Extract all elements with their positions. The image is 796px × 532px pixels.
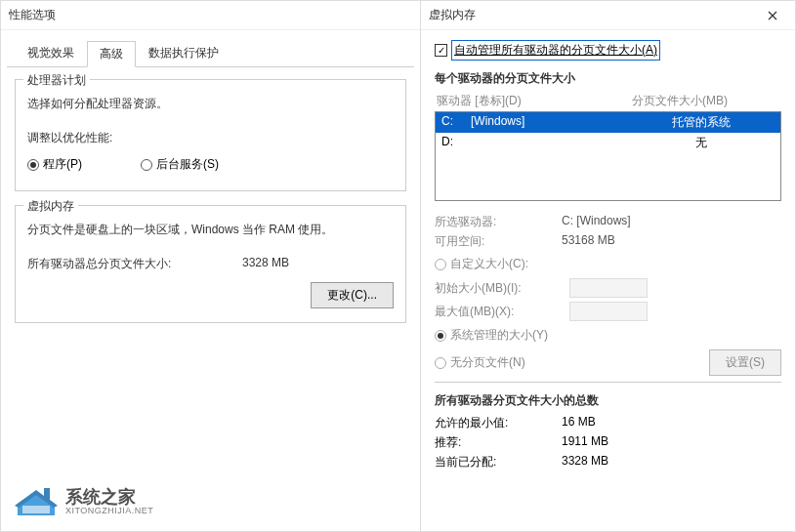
min-allowed-value: 16 MB: [562, 415, 596, 431]
drive-label: [471, 135, 627, 151]
radio-icon: [435, 330, 446, 342]
radio-icon: [435, 259, 446, 270]
drive-row-d[interactable]: D: 无: [436, 133, 780, 153]
dialog-title: 性能选项: [9, 7, 412, 23]
current-allocated-value: 3328 MB: [562, 454, 608, 471]
tab-visual-effects[interactable]: 视觉效果: [15, 40, 87, 66]
drive-letter: C:: [441, 114, 471, 131]
col-size-header: 分页文件大小(MB): [632, 93, 779, 109]
drive-row-c[interactable]: C: [Windows] 托管的系统: [436, 112, 780, 133]
dialog-title: 虚拟内存: [429, 7, 758, 23]
watermark-cn: 系统之家: [65, 488, 153, 506]
tabs: 视觉效果 高级 数据执行保护: [7, 34, 414, 67]
drive-size: 无: [627, 135, 775, 151]
radio-row: 程序(P) 后台服务(S): [27, 156, 394, 173]
radio-background-services[interactable]: 后台服务(S): [141, 156, 219, 173]
virtual-memory-group: 虚拟内存 分页文件是硬盘上的一块区域，Windows 当作 RAM 使用。 所有…: [15, 205, 406, 323]
totals-title: 所有驱动器分页文件大小的总数: [435, 392, 781, 409]
drive-list-header: 驱动器 [卷标](D) 分页文件大小(MB): [435, 93, 781, 109]
total-paging-value: 3328 MB: [242, 256, 289, 272]
adjust-label: 调整以优化性能:: [27, 130, 394, 146]
current-allocated-label: 当前已分配:: [435, 454, 562, 471]
processor-desc: 选择如何分配处理器资源。: [27, 96, 394, 112]
checkbox-icon: ✓: [435, 44, 447, 57]
radio-programs[interactable]: 程序(P): [27, 156, 82, 173]
processor-scheduling-group: 处理器计划 选择如何分配处理器资源。 调整以优化性能: 程序(P) 后台服务(S…: [15, 79, 406, 191]
radio-label: 无分页文件(N): [450, 354, 525, 371]
col-drive-header: 驱动器 [卷标](D): [437, 93, 632, 109]
drive-label: [Windows]: [471, 114, 627, 131]
auto-manage-label: 自动管理所有驱动器的分页文件大小(A): [451, 40, 660, 61]
current-allocated-row: 当前已分配: 3328 MB: [435, 454, 781, 471]
free-space-row: 可用空间: 53168 MB: [435, 233, 781, 250]
watermark-en: XITONGZHIJIA.NET: [65, 506, 153, 515]
tab-dep[interactable]: 数据执行保护: [136, 40, 231, 66]
free-space-label: 可用空间:: [435, 233, 562, 250]
radio-icon: [435, 357, 446, 369]
dialog-content: ✓ 自动管理所有驱动器的分页文件大小(A) 每个驱动器的分页文件大小 驱动器 […: [421, 30, 795, 483]
svg-rect-0: [22, 506, 50, 513]
recommended-value: 1911 MB: [562, 434, 608, 451]
selected-drive-label: 所选驱动器:: [435, 214, 562, 230]
free-space-value: 53168 MB: [562, 233, 615, 250]
drive-letter: D:: [441, 135, 471, 151]
recommended-label: 推荐:: [435, 434, 562, 451]
initial-size-label: 初始大小(MB)(I):: [435, 280, 562, 297]
tab-content: 处理器计划 选择如何分配处理器资源。 调整以优化性能: 程序(P) 后台服务(S…: [1, 67, 420, 348]
group-title: 虚拟内存: [23, 198, 78, 215]
watermark: 系统之家 XITONGZHIJIA.NET: [15, 486, 153, 517]
drive-list[interactable]: C: [Windows] 托管的系统 D: 无: [435, 111, 781, 201]
change-button-row: 更改(C)...: [27, 282, 394, 308]
radio-label: 系统管理的大小(Y): [450, 327, 548, 344]
drive-size: 托管的系统: [627, 114, 775, 131]
radio-label: 程序(P): [43, 156, 82, 173]
performance-options-dialog: 性能选项 视觉效果 高级 数据执行保护 处理器计划 选择如何分配处理器资源。 调…: [0, 0, 420, 532]
radio-no-paging: 无分页文件(N): [435, 354, 525, 371]
watermark-text: 系统之家 XITONGZHIJIA.NET: [65, 488, 153, 515]
radio-custom-size: 自定义大小(C):: [435, 256, 781, 272]
radio-system-managed: 系统管理的大小(Y): [435, 327, 781, 344]
set-button: 设置(S): [709, 349, 781, 376]
min-allowed-label: 允许的最小值:: [435, 415, 562, 431]
recommended-row: 推荐: 1911 MB: [435, 434, 781, 451]
vm-desc: 分页文件是硬盘上的一块区域，Windows 当作 RAM 使用。: [27, 222, 394, 238]
initial-size-row: 初始大小(MB)(I):: [435, 278, 781, 298]
initial-size-input: [569, 278, 648, 298]
radio-icon: [141, 159, 152, 171]
house-icon: [15, 486, 58, 517]
selected-drive-row: 所选驱动器: C: [Windows]: [435, 214, 781, 230]
min-allowed-row: 允许的最小值: 16 MB: [435, 415, 781, 431]
divider: [435, 382, 781, 383]
total-paging-row: 所有驱动器总分页文件大小: 3328 MB: [27, 256, 394, 272]
max-size-input: [569, 302, 648, 321]
radio-label: 自定义大小(C):: [450, 256, 528, 272]
titlebar: 虚拟内存: [421, 1, 795, 30]
radio-icon: [27, 159, 39, 171]
close-icon: [768, 11, 777, 20]
selected-drive-value: C: [Windows]: [562, 214, 631, 230]
auto-manage-checkbox[interactable]: ✓ 自动管理所有驱动器的分页文件大小(A): [435, 40, 781, 61]
max-size-row: 最大值(MB)(X):: [435, 302, 781, 321]
titlebar: 性能选项: [1, 1, 420, 30]
max-size-label: 最大值(MB)(X):: [435, 304, 562, 320]
tab-advanced[interactable]: 高级: [87, 41, 136, 67]
change-button[interactable]: 更改(C)...: [311, 282, 394, 308]
virtual-memory-dialog: 虚拟内存 ✓ 自动管理所有驱动器的分页文件大小(A) 每个驱动器的分页文件大小 …: [420, 0, 796, 532]
close-button[interactable]: [758, 1, 787, 30]
total-paging-label: 所有驱动器总分页文件大小:: [27, 256, 184, 272]
each-drive-title: 每个驱动器的分页文件大小: [435, 70, 781, 87]
group-title: 处理器计划: [23, 72, 90, 89]
radio-label: 后台服务(S): [156, 156, 219, 173]
